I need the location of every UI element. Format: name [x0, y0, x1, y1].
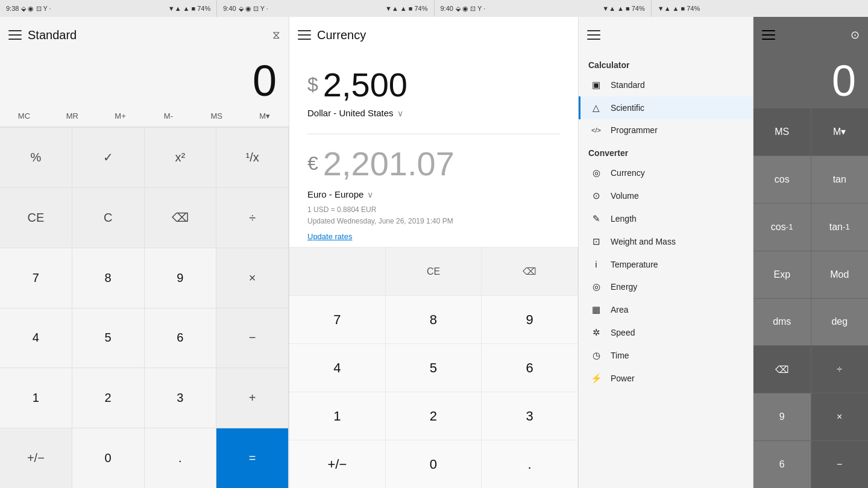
two-button[interactable]: 2	[72, 368, 145, 428]
mr-button[interactable]: MR	[48, 105, 96, 127]
curr-ce-button[interactable]: CE	[386, 247, 482, 295]
sci-nine-button[interactable]: 9	[753, 393, 811, 440]
sci-multiply-button[interactable]: ×	[811, 393, 869, 440]
scientific-nav-label: Scientific	[611, 103, 644, 113]
curr-one-button[interactable]: 1	[289, 392, 386, 440]
sci-acos-button[interactable]: cos-1	[753, 204, 811, 251]
nav-item-standard[interactable]: ▣ Standard	[579, 74, 753, 96]
negate-button[interactable]: +/−	[0, 428, 72, 488]
nav-item-length[interactable]: ✎ Length	[579, 207, 753, 230]
subtract-button[interactable]: −	[216, 308, 289, 368]
currency-hamburger-icon[interactable]	[298, 30, 311, 40]
update-rates-link[interactable]: Update rates	[307, 232, 560, 241]
curr-seven-button[interactable]: 7	[289, 295, 386, 343]
history-icon[interactable]: ⧖	[272, 29, 280, 42]
nine-button[interactable]: 9	[145, 248, 217, 308]
panel-standard: Standard ⧖ 0 MC MR M+ M- MS M▾ % ✓ x² ¹/…	[0, 17, 289, 488]
one-button[interactable]: 1	[0, 368, 72, 428]
sci-six-button[interactable]: 6	[753, 441, 811, 488]
curr-negate-button[interactable]: +/−	[289, 440, 386, 488]
sci-tan-button[interactable]: tan	[811, 156, 869, 203]
mrecall-button[interactable]: M▾	[241, 105, 289, 127]
currency-nav-icon: ◎	[590, 167, 602, 178]
sci-atan-button[interactable]: tan-1	[811, 204, 869, 251]
sci-hamburger-icon[interactable]	[762, 30, 775, 40]
sci-mrecall-button[interactable]: M▾	[811, 108, 869, 155]
curr-two-button[interactable]: 2	[386, 392, 482, 440]
status-bar-3: 9:40 ⬙ ◉ ⊡ Y · ▼▲ ▲ ■ 74%	[435, 0, 652, 17]
nav-item-volume[interactable]: ⊙ Volume	[579, 184, 753, 207]
curr-nine-button[interactable]: 9	[482, 295, 578, 343]
sci-exp-button[interactable]: Exp	[753, 251, 811, 298]
multiply-button[interactable]: ×	[216, 248, 289, 308]
power-nav-label: Power	[611, 374, 635, 383]
square-button[interactable]: x²	[145, 127, 217, 187]
sqrt-button[interactable]: ✓	[72, 127, 145, 187]
curr-three-button[interactable]: 3	[482, 392, 578, 440]
curr-zero-button[interactable]: 0	[386, 440, 482, 488]
sci-dms-button[interactable]: dms	[753, 299, 811, 346]
memory-row: MC MR M+ M- MS M▾	[0, 105, 289, 127]
nav-item-area[interactable]: ▦ Area	[579, 298, 753, 321]
nav-item-currency[interactable]: ◎ Currency	[579, 161, 753, 184]
curr-five-button[interactable]: 5	[386, 343, 482, 392]
currency-header: Currency	[289, 17, 578, 53]
to-currency-selector[interactable]: Euro - Europe ∨	[289, 187, 578, 199]
time-2: 9:40	[223, 5, 236, 12]
panel-currency: Currency $ 2,500 Dollar - United States …	[289, 17, 579, 488]
ce-button[interactable]: CE	[0, 187, 72, 248]
temperature-nav-label: Temperature	[611, 260, 658, 269]
six-button[interactable]: 6	[145, 308, 217, 368]
mplus-button[interactable]: M+	[96, 105, 145, 127]
currency-nav-label: Currency	[611, 168, 645, 178]
divide-button[interactable]: ÷	[216, 187, 289, 248]
three-button[interactable]: 3	[145, 368, 217, 428]
reciprocal-button[interactable]: ¹/x	[216, 127, 289, 187]
nav-item-time[interactable]: ◷ Time	[579, 344, 753, 367]
decimal-button[interactable]: .	[145, 428, 217, 488]
curr-eight-button[interactable]: 8	[386, 295, 482, 343]
panel-scientific: ⊙ 0 MS M▾ cos tan cos-1 tan-1 Exp Mod dm…	[753, 17, 868, 488]
exchange-info: 1 USD = 0.8804 EUR Updated Wednesday, Ju…	[289, 199, 578, 230]
clear-button[interactable]: C	[72, 187, 145, 248]
sci-divide-button[interactable]: ÷	[811, 346, 869, 393]
speed-nav-icon: ✲	[590, 327, 602, 338]
equals-button[interactable]: =	[216, 428, 289, 488]
add-button[interactable]: +	[216, 368, 289, 428]
nav-item-temperature[interactable]: i Temperature	[579, 253, 753, 275]
ms-button[interactable]: MS	[192, 105, 241, 127]
backspace-button[interactable]: ⌫	[145, 187, 217, 248]
nav-item-power[interactable]: ⚡ Power	[579, 367, 753, 390]
nav-item-weight[interactable]: ⊡ Weight and Mass	[579, 230, 753, 253]
mminus-button[interactable]: M-	[145, 105, 193, 127]
five-button[interactable]: 5	[72, 308, 145, 368]
from-currency-selector[interactable]: Dollar - United States ∨	[307, 108, 560, 118]
curr-four-button[interactable]: 4	[289, 343, 386, 392]
eight-button[interactable]: 8	[72, 248, 145, 308]
sci-mod-button[interactable]: Mod	[811, 251, 869, 298]
sci-cos-button[interactable]: cos	[753, 156, 811, 203]
sci-subtract-button[interactable]: −	[811, 441, 869, 488]
nav-item-programmer[interactable]: </> Programmer	[579, 119, 753, 141]
curr-decimal-button[interactable]: .	[482, 440, 578, 488]
sci-ms-button[interactable]: MS	[753, 108, 811, 155]
sci-deg-button[interactable]: deg	[811, 299, 869, 346]
four-button[interactable]: 4	[0, 308, 72, 368]
curr-six-button[interactable]: 6	[482, 343, 578, 392]
seven-button[interactable]: 7	[0, 248, 72, 308]
sci-backspace-button[interactable]: ⌫	[753, 346, 811, 393]
nav-hamburger-icon[interactable]	[587, 30, 600, 40]
nav-item-energy[interactable]: ◎ Energy	[579, 275, 753, 298]
curr-backspace-button[interactable]: ⌫	[482, 247, 578, 295]
zero-button[interactable]: 0	[72, 428, 145, 488]
nav-item-scientific[interactable]: △ Scientific	[579, 96, 753, 119]
status-bars: 9:38 ⬙ ◉ ⊡ Y · ▼▲ ▲ ■ 74% 9:40 ⬙ ◉ ⊡ Y ·…	[0, 0, 868, 17]
energy-nav-icon: ◎	[590, 281, 602, 292]
mc-button[interactable]: MC	[0, 105, 48, 127]
nav-item-speed[interactable]: ✲ Speed	[579, 321, 753, 344]
standard-display-value: 0	[12, 59, 277, 102]
percent-button[interactable]: %	[0, 127, 72, 187]
sci-search-icon[interactable]: ⊙	[851, 28, 860, 42]
hamburger-menu-icon[interactable]	[8, 30, 22, 40]
scientific-nav-icon: △	[590, 102, 602, 113]
